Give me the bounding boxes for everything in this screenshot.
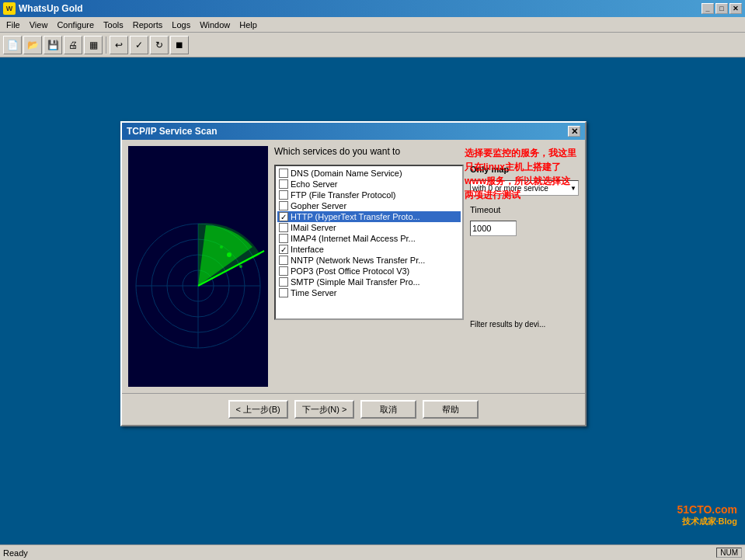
print-button[interactable]: 🖨 xyxy=(64,36,82,54)
checkbox-pop3[interactable] xyxy=(279,266,288,276)
list-item[interactable]: SMTP (Simple Mail Transfer Pro... xyxy=(277,277,461,287)
checkbox-imail[interactable] xyxy=(279,223,288,232)
service-label-pop3: POP3 (Post Office Protocol V3) xyxy=(291,266,409,276)
stop-button[interactable]: ⏹ xyxy=(170,36,189,54)
list-item[interactable]: POP3 (Post Office Protocol V3) xyxy=(277,266,461,277)
checkbox-time[interactable] xyxy=(279,288,288,297)
cancel-button[interactable]: 取消 xyxy=(360,400,416,419)
checkbox-smtp[interactable] xyxy=(279,277,288,287)
button-row: < 上一步(B) 下一步(N) > 取消 帮助 xyxy=(122,393,585,425)
title-bar: W WhatsUp Gold _ □ ✕ xyxy=(0,0,745,17)
separator xyxy=(106,37,106,54)
filter-text: Filter results by devi... xyxy=(470,320,579,329)
checkbox-interface[interactable] xyxy=(279,245,288,254)
list-item[interactable]: Echo Server xyxy=(277,179,461,190)
menu-file[interactable]: File xyxy=(2,19,25,30)
check-button[interactable]: ✓ xyxy=(130,36,148,54)
list-item[interactable]: Time Server xyxy=(277,287,461,298)
annotation-text: 选择要监控的服务，我这里只在linux主机上搭建了www服务，所以就选择这两项进… xyxy=(465,146,577,202)
right-controls: Only map with 0 or more service ▼ Timeou… xyxy=(470,165,579,329)
timeout-input[interactable] xyxy=(470,221,517,236)
status-text: Ready xyxy=(3,548,28,558)
open-button[interactable]: 📂 xyxy=(23,36,42,54)
toolbar: 📄 📂 💾 🖨 ▦ ↩ ✓ ↻ ⏹ xyxy=(0,33,745,57)
svg-point-8 xyxy=(227,252,232,257)
help-button[interactable]: 帮助 xyxy=(423,400,479,419)
service-label-imap4: IMAP4 (Internet Mail Access Pr... xyxy=(291,234,416,243)
list-item[interactable]: IMAP4 (Internet Mail Access Pr... xyxy=(277,233,461,244)
dialog-body: Which services do you want to DNS (Domai… xyxy=(122,140,585,393)
app-icon: W xyxy=(3,2,16,15)
svg-point-9 xyxy=(239,265,242,268)
dialog-tcp-scan: TCP/IP Service Scan ✕ xyxy=(120,121,587,426)
back-button[interactable]: ↩ xyxy=(110,36,128,54)
main-area: TCP/IP Service Scan ✕ xyxy=(0,57,745,544)
menu-configure[interactable]: Configure xyxy=(52,19,99,30)
list-item-http[interactable]: HTTP (HyperText Transfer Proto... xyxy=(277,211,461,222)
list-item[interactable]: NNTP (Network News Transfer Pr... xyxy=(277,255,461,266)
menu-window[interactable]: Window xyxy=(195,19,235,30)
checkbox-http[interactable] xyxy=(279,212,288,221)
checkbox-imap4[interactable] xyxy=(279,234,288,243)
service-label-time: Time Server xyxy=(291,288,337,297)
svg-point-10 xyxy=(220,245,223,249)
menu-tools[interactable]: Tools xyxy=(99,19,128,30)
app-title: WhatsUp Gold xyxy=(19,3,83,14)
checkbox-echo[interactable] xyxy=(279,179,288,189)
list-item-interface[interactable]: Interface xyxy=(277,244,461,255)
service-label-interface: Interface xyxy=(291,245,324,254)
back-step-button[interactable]: < 上一步(B) xyxy=(228,400,288,419)
next-step-button[interactable]: 下一步(N) > xyxy=(294,400,355,419)
new-button[interactable]: 📄 xyxy=(3,36,22,54)
maximize-button[interactable]: □ xyxy=(715,3,728,14)
num-indicator: NUM xyxy=(716,548,742,558)
list-item[interactable]: IMail Server xyxy=(277,222,461,233)
service-list: DNS (Domain Name Service) Echo Server FT… xyxy=(276,166,462,300)
menu-bar: File View Configure Tools Reports Logs W… xyxy=(0,17,745,33)
service-label-imail: IMail Server xyxy=(291,223,336,232)
dialog-title-text: TCP/IP Service Scan xyxy=(127,126,218,137)
service-list-area: DNS (Domain Name Service) Echo Server FT… xyxy=(274,165,464,329)
middle-section: DNS (Domain Name Service) Echo Server FT… xyxy=(274,165,579,329)
checkbox-ftp[interactable] xyxy=(279,190,288,200)
status-bar: Ready NUM xyxy=(0,544,745,560)
minimize-button[interactable]: _ xyxy=(701,3,714,14)
close-button[interactable]: ✕ xyxy=(729,3,742,14)
service-label-smtp: SMTP (Simple Mail Transfer Pro... xyxy=(291,277,420,287)
window-controls: _ □ ✕ xyxy=(701,3,742,14)
save-button[interactable]: 💾 xyxy=(44,36,62,54)
refresh-button[interactable]: ↻ xyxy=(150,36,169,54)
timeout-label: Timeout xyxy=(470,205,579,214)
grid-button[interactable]: ▦ xyxy=(84,36,103,54)
radar-panel xyxy=(128,146,268,387)
menu-view[interactable]: View xyxy=(25,19,53,30)
checkbox-nntp[interactable] xyxy=(279,256,288,265)
watermark-sub: 技术成家·Blog xyxy=(677,516,737,527)
list-item[interactable]: Gopher Server xyxy=(277,200,461,211)
dialog-title-bar: TCP/IP Service Scan ✕ xyxy=(122,123,585,140)
service-label-dns: DNS (Domain Name Service) xyxy=(291,169,402,178)
list-item[interactable]: FTP (File Transfer Protocol) xyxy=(277,190,461,200)
checkbox-dns[interactable] xyxy=(279,169,288,178)
list-item[interactable]: DNS (Domain Name Service) xyxy=(277,168,461,179)
service-label-nntp: NNTP (Network News Transfer Pr... xyxy=(291,256,425,265)
status-right: NUM xyxy=(716,548,742,558)
menu-logs[interactable]: Logs xyxy=(167,19,195,30)
menu-help[interactable]: Help xyxy=(235,19,262,30)
service-label-ftp: FTP (File Transfer Protocol) xyxy=(291,190,396,200)
right-panel: Which services do you want to DNS (Domai… xyxy=(274,146,579,387)
service-label-http: HTTP (HyperText Transfer Proto... xyxy=(291,212,420,221)
watermark-site: 51CTO.com xyxy=(677,503,737,516)
checkbox-gopher[interactable] xyxy=(279,201,288,210)
dialog-close-button[interactable]: ✕ xyxy=(568,126,580,137)
watermark: 51CTO.com 技术成家·Blog xyxy=(677,503,737,527)
service-list-container[interactable]: DNS (Domain Name Service) Echo Server FT… xyxy=(274,165,464,320)
service-label-echo: Echo Server xyxy=(291,179,338,189)
service-label-gopher: Gopher Server xyxy=(291,201,346,210)
menu-reports[interactable]: Reports xyxy=(128,19,168,30)
